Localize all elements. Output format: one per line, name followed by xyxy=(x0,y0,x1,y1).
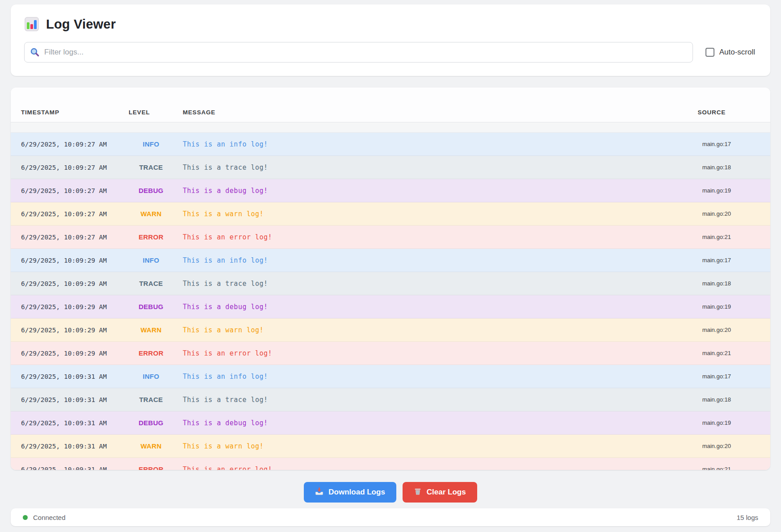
log-row: 6/29/2025, 10:09:31 AMWARNThis is a warn… xyxy=(11,435,770,458)
log-message: This is a debug log! xyxy=(173,419,702,427)
log-timestamp: 6/29/2025, 10:09:27 AM xyxy=(21,210,129,218)
connection-status-label: Connected xyxy=(33,514,66,521)
log-source: main.go:21 xyxy=(702,350,731,356)
log-timestamp: 6/29/2025, 10:09:29 AM xyxy=(21,280,129,287)
connection-status: Connected xyxy=(23,514,66,521)
log-source: main.go:17 xyxy=(702,373,731,380)
log-level: DEBUG xyxy=(129,187,173,194)
log-source: main.go:18 xyxy=(702,164,731,171)
filter-wrap xyxy=(24,42,693,63)
download-logs-label: Download Logs xyxy=(328,488,385,497)
inbox-tray-download-icon xyxy=(315,487,323,498)
log-timestamp: 6/29/2025, 10:09:31 AM xyxy=(21,396,129,403)
log-source: main.go:21 xyxy=(702,234,731,240)
clear-logs-label: Clear Logs xyxy=(427,488,466,497)
log-source: main.go:19 xyxy=(702,187,731,194)
log-level: DEBUG xyxy=(129,419,173,427)
green-dot-icon xyxy=(23,515,28,520)
log-timestamp: 6/29/2025, 10:09:27 AM xyxy=(21,234,129,241)
scroll-top-spacer xyxy=(11,122,770,133)
log-message: This is a trace log! xyxy=(173,396,702,404)
log-row: 6/29/2025, 10:09:29 AMERRORThis is an er… xyxy=(11,342,770,365)
log-message: This is an error log! xyxy=(173,465,702,470)
log-timestamp: 6/29/2025, 10:09:27 AM xyxy=(21,141,129,148)
log-source: main.go:18 xyxy=(702,396,731,403)
log-level: ERROR xyxy=(129,349,173,357)
log-table-panel: TIMESTAMP LEVEL MESSAGE SOURCE 6/29/2025… xyxy=(11,88,770,470)
log-source: main.go:17 xyxy=(702,141,731,147)
log-source: main.go:20 xyxy=(702,210,731,217)
log-source: main.go:19 xyxy=(702,303,731,310)
log-source: main.go:21 xyxy=(702,466,731,470)
log-rows-scroll-area[interactable]: 6/29/2025, 10:09:27 AMINFOThis is an inf… xyxy=(11,122,770,470)
download-logs-button[interactable]: Download Logs xyxy=(304,482,396,503)
log-row: 6/29/2025, 10:09:27 AMWARNThis is a warn… xyxy=(11,202,770,226)
log-message: This is a warn log! xyxy=(173,326,702,334)
log-message: This is a warn log! xyxy=(173,442,702,450)
log-message: This is a warn log! xyxy=(173,210,702,218)
log-level: INFO xyxy=(129,373,173,380)
log-row: 6/29/2025, 10:09:31 AMTRACEThis is a tra… xyxy=(11,388,770,411)
log-timestamp: 6/29/2025, 10:09:29 AM xyxy=(21,327,129,334)
log-row: 6/29/2025, 10:09:29 AMWARNThis is a warn… xyxy=(11,318,770,342)
log-level: WARN xyxy=(129,210,173,218)
log-level: ERROR xyxy=(129,233,173,241)
log-timestamp: 6/29/2025, 10:09:31 AM xyxy=(21,443,129,450)
column-header-message: MESSAGE xyxy=(173,109,697,116)
log-timestamp: 6/29/2025, 10:09:31 AM xyxy=(21,419,129,427)
search-icon xyxy=(30,47,40,59)
log-level: INFO xyxy=(129,140,173,148)
log-message: This is an info log! xyxy=(173,256,702,264)
log-row: 6/29/2025, 10:09:27 AMERRORThis is an er… xyxy=(11,226,770,249)
log-row: 6/29/2025, 10:09:27 AMTRACEThis is a tra… xyxy=(11,156,770,179)
log-message: This is an info log! xyxy=(173,140,702,148)
filter-input[interactable] xyxy=(24,42,693,63)
log-message: This is an info log! xyxy=(173,373,702,381)
log-source: main.go:17 xyxy=(702,257,731,264)
controls-row: Auto-scroll xyxy=(24,42,757,63)
bar-chart-icon xyxy=(24,17,39,32)
log-level: TRACE xyxy=(129,280,173,287)
log-level: WARN xyxy=(129,326,173,334)
wastebasket-icon xyxy=(414,487,422,498)
log-message: This is an error log! xyxy=(173,349,702,357)
log-message: This is a debug log! xyxy=(173,187,702,195)
header-panel: Log Viewer Auto-scroll xyxy=(11,4,770,76)
log-source: main.go:18 xyxy=(702,280,731,287)
log-timestamp: 6/29/2025, 10:09:29 AM xyxy=(21,350,129,357)
log-source: main.go:20 xyxy=(702,327,731,333)
autoscroll-control[interactable]: Auto-scroll xyxy=(705,48,757,57)
log-row: 6/29/2025, 10:09:27 AMINFOThis is an inf… xyxy=(11,133,770,156)
autoscroll-checkbox[interactable] xyxy=(705,48,714,57)
log-viewer-app: Log Viewer Auto-scroll TIMESTAMP LEVEL xyxy=(0,0,781,532)
log-level: WARN xyxy=(129,442,173,450)
log-message: This is an error log! xyxy=(173,233,702,241)
log-row: 6/29/2025, 10:09:29 AMTRACEThis is a tra… xyxy=(11,272,770,295)
log-timestamp: 6/29/2025, 10:09:27 AM xyxy=(21,164,129,171)
log-timestamp: 6/29/2025, 10:09:31 AM xyxy=(21,466,129,470)
title-row: Log Viewer xyxy=(24,17,757,32)
log-level: INFO xyxy=(129,256,173,264)
column-header-timestamp: TIMESTAMP xyxy=(21,109,129,116)
log-level: ERROR xyxy=(129,465,173,470)
actions-row: Download Logs Clear Logs xyxy=(11,482,770,503)
log-timestamp: 6/29/2025, 10:09:29 AM xyxy=(21,303,129,310)
log-message: This is a debug log! xyxy=(173,303,702,311)
page-title: Log Viewer xyxy=(46,17,116,32)
log-timestamp: 6/29/2025, 10:09:27 AM xyxy=(21,187,129,194)
log-row: 6/29/2025, 10:09:31 AMINFOThis is an inf… xyxy=(11,365,770,388)
log-count: 15 logs xyxy=(737,514,758,521)
log-row: 6/29/2025, 10:09:31 AMERRORThis is an er… xyxy=(11,458,770,470)
log-level: TRACE xyxy=(129,163,173,171)
log-row: 6/29/2025, 10:09:29 AMINFOThis is an inf… xyxy=(11,249,770,272)
log-timestamp: 6/29/2025, 10:09:31 AM xyxy=(21,373,129,380)
table-header-row: TIMESTAMP LEVEL MESSAGE SOURCE xyxy=(11,88,770,122)
autoscroll-label: Auto-scroll xyxy=(719,48,755,57)
column-header-level: LEVEL xyxy=(129,109,173,116)
clear-logs-button[interactable]: Clear Logs xyxy=(403,482,477,503)
log-message: This is a trace log! xyxy=(173,280,702,288)
log-level: TRACE xyxy=(129,396,173,403)
column-header-source: SOURCE xyxy=(697,109,726,116)
log-source: main.go:20 xyxy=(702,443,731,449)
log-row: 6/29/2025, 10:09:27 AMDEBUGThis is a deb… xyxy=(11,179,770,202)
